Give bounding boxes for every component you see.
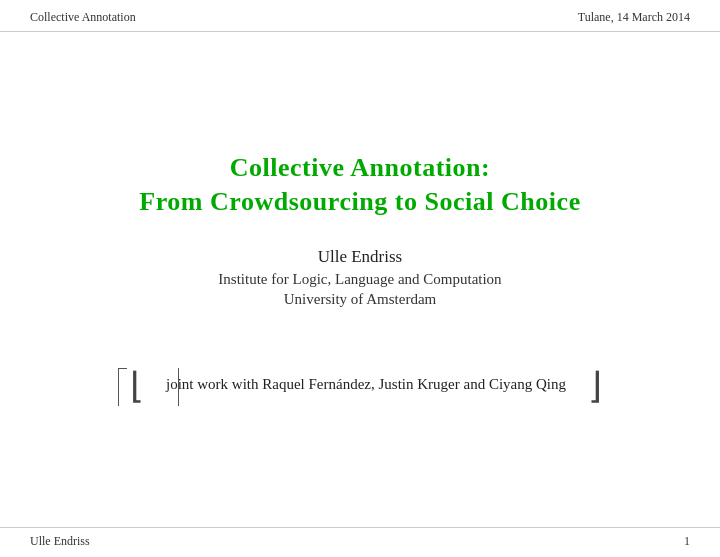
- header-left-text: Collective Annotation: [30, 10, 136, 25]
- footer-right-text: 1: [684, 534, 690, 549]
- slide-header: Collective Annotation Tulane, 14 March 2…: [0, 0, 720, 32]
- joint-work-text: joint work with Raquel Fernández, Justin…: [154, 368, 578, 406]
- left-bracket-char: ⌊: [130, 368, 144, 406]
- joint-work-container: ⌊ joint work with Raquel Fernández, Just…: [118, 368, 602, 406]
- title-line1: Collective Annotation:: [139, 151, 580, 185]
- header-right-text: Tulane, 14 March 2014: [578, 10, 690, 25]
- institute-line: Institute for Logic, Language and Comput…: [218, 271, 501, 288]
- author-name: Ulle Endriss: [218, 247, 501, 267]
- title-line2: From Crowdsourcing to Social Choice: [139, 185, 580, 219]
- main-content: Collective Annotation: From Crowdsourcin…: [0, 40, 720, 517]
- university-line: University of Amsterdam: [218, 291, 501, 308]
- slide-footer: Ulle Endriss 1: [0, 527, 720, 557]
- joint-work-wrapper: ⌊ joint work with Raquel Fernández, Just…: [118, 368, 602, 406]
- right-bracket-char: ⌋: [588, 368, 602, 406]
- left-bracket: [118, 368, 130, 406]
- slide: Collective Annotation Tulane, 14 March 2…: [0, 0, 720, 557]
- author-block: Ulle Endriss Institute for Logic, Langua…: [218, 247, 501, 308]
- title-block: Collective Annotation: From Crowdsourcin…: [139, 151, 580, 219]
- footer-left-text: Ulle Endriss: [30, 534, 90, 549]
